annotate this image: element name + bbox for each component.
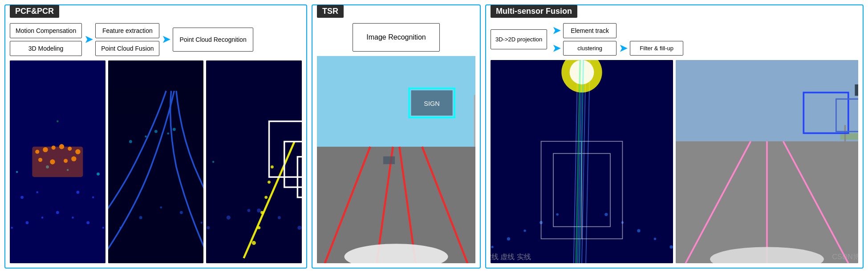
pcf-svg-3 (206, 60, 302, 263)
svg-point-55 (180, 211, 183, 214)
svg-point-127 (654, 237, 656, 240)
arrow-2: ➤ (162, 35, 170, 44)
svg-rect-110 (383, 157, 395, 164)
svg-point-128 (669, 245, 673, 249)
multi-title: Multi-sensor Fusion (491, 5, 577, 18)
svg-point-17 (20, 196, 24, 199)
multi-svg-2: CSDN博主 (676, 60, 858, 263)
svg-point-124 (604, 213, 608, 216)
tsr-image: SIGN (317, 56, 475, 263)
svg-point-60 (145, 136, 147, 138)
point-cloud-recognition-box: Point Cloud Recognition (173, 28, 253, 52)
svg-point-53 (139, 216, 142, 219)
svg-point-42 (71, 156, 76, 161)
svg-point-68 (207, 226, 210, 229)
svg-point-61 (154, 130, 158, 133)
filter-fillup-box: Filter & fill-up (630, 41, 683, 56)
svg-point-19 (77, 191, 80, 194)
svg-point-33 (35, 150, 39, 154)
svg-point-126 (637, 229, 640, 232)
projection-box: 3D->2D projection (491, 29, 547, 49)
tsr-flow: Image Recognition (317, 23, 475, 52)
svg-point-34 (43, 147, 48, 152)
pcf-flow: Motion Compensation 3D Modeling ➤ Featur… (10, 23, 302, 56)
svg-rect-32 (32, 147, 83, 177)
multi-bottom-row: ➤ clustering ➤ Filter & fill-up (552, 41, 683, 56)
svg-point-39 (38, 158, 42, 162)
pcf-image-3 (206, 60, 302, 263)
svg-point-45 (57, 120, 59, 123)
svg-point-63 (173, 128, 176, 131)
svg-point-38 (75, 149, 80, 154)
multi-flow: 3D->2D projection ➤ Element track ➤ clus… (491, 23, 858, 56)
feature-extraction-box: Feature extraction (95, 23, 159, 38)
arrow-bottom: ➤ (552, 44, 560, 53)
pcf-pcr-panel: PCF&PCR Motion Compensation 3D Modeling … (4, 4, 307, 269)
svg-point-54 (160, 206, 162, 209)
svg-point-62 (167, 132, 169, 135)
multi-image-2: CSDN博主 (676, 60, 858, 263)
pcf-title: PCF&PCR (10, 5, 59, 18)
svg-point-71 (257, 209, 261, 213)
svg-point-72 (278, 216, 281, 219)
svg-point-70 (247, 209, 251, 212)
pcf-group1: Motion Compensation 3D Modeling (10, 23, 82, 56)
svg-point-35 (52, 146, 56, 150)
svg-point-83 (258, 226, 261, 229)
svg-text:CSDN博主: CSDN博主 (832, 253, 858, 261)
tsr-svg: SIGN (317, 56, 475, 263)
arrow-1: ➤ (85, 35, 93, 44)
pcf-group2: Feature extraction Point Cloud Fusion (95, 23, 159, 56)
svg-point-37 (68, 147, 72, 151)
svg-point-56 (200, 222, 203, 224)
svg-point-84 (260, 211, 264, 214)
tsr-panel: TSR Image Recognition (312, 4, 481, 269)
multi-arrows-col: ➤ Element track ➤ clustering ➤ Filter & … (552, 23, 683, 56)
svg-point-41 (64, 159, 68, 163)
tsr-title: TSR (317, 5, 344, 18)
svg-rect-48 (108, 60, 204, 263)
svg-point-90 (212, 161, 215, 163)
clustering-box: clustering (563, 41, 617, 56)
pcf-image-2 (108, 60, 204, 263)
svg-point-120 (507, 237, 510, 241)
svg-point-40 (50, 159, 55, 164)
3d-modeling-box: 3D Modeling (10, 41, 82, 56)
svg-point-69 (227, 216, 231, 220)
svg-point-117 (570, 60, 594, 84)
svg-text:SIGN: SIGN (424, 100, 440, 107)
arrow-bottom-2: ➤ (619, 44, 627, 53)
multi-image-1: 实线 虚线 虚线 实线 (491, 60, 673, 263)
svg-rect-105 (474, 95, 475, 147)
svg-point-123 (556, 213, 558, 216)
svg-point-59 (129, 140, 132, 143)
element-track-box: Element track (563, 23, 617, 38)
svg-rect-151 (855, 84, 858, 96)
svg-point-20 (92, 197, 94, 199)
svg-point-4 (11, 227, 13, 229)
multi-top-row: ➤ Element track (552, 23, 683, 38)
svg-point-26 (16, 171, 18, 173)
svg-point-119 (491, 246, 493, 248)
svg-point-6 (41, 217, 44, 219)
image-recognition-box: Image Recognition (353, 23, 439, 52)
svg-point-7 (56, 211, 59, 214)
svg-rect-142 (840, 133, 858, 140)
arrow-top: ➤ (552, 26, 560, 36)
motion-compensation-box: Motion Compensation (10, 23, 82, 38)
multi-sensor-panel: Multi-sensor Fusion 3D->2D projection ➤ … (485, 4, 864, 269)
pcf-image-1 (10, 60, 105, 263)
multi-svg-1: 实线 虚线 虚线 实线 (491, 60, 673, 263)
pcf-svg-2 (108, 60, 204, 263)
svg-point-121 (523, 229, 526, 232)
svg-point-9 (86, 221, 89, 224)
svg-point-73 (298, 226, 302, 230)
svg-point-85 (265, 196, 268, 199)
svg-point-10 (102, 227, 105, 229)
svg-point-18 (36, 191, 38, 193)
svg-point-82 (252, 241, 256, 245)
svg-point-8 (72, 217, 74, 219)
svg-point-36 (59, 144, 64, 149)
svg-point-86 (268, 181, 271, 184)
pcf-svg-1 (10, 60, 105, 263)
